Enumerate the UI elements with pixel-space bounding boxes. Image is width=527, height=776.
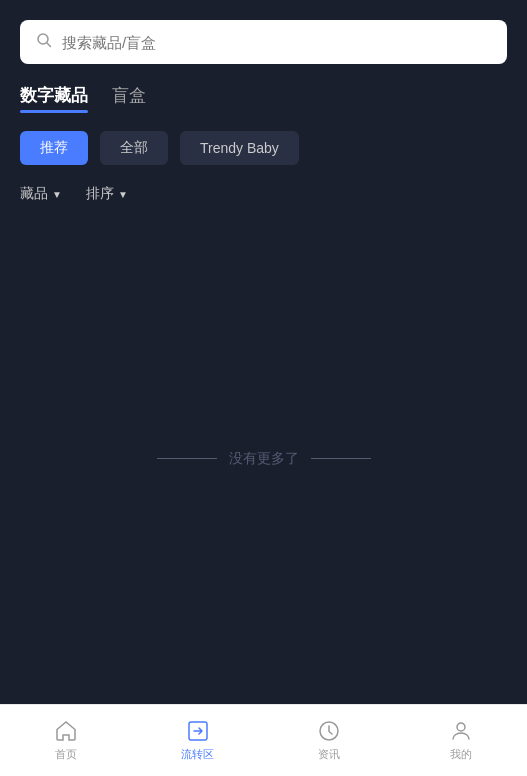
transfer-icon	[186, 719, 210, 743]
search-input[interactable]	[62, 34, 491, 51]
nav-transfer-label: 流转区	[181, 747, 214, 762]
bottom-nav: 首页 流转区 资讯 我的	[0, 704, 527, 776]
nav-news-label: 资讯	[318, 747, 340, 762]
search-icon	[36, 32, 52, 52]
filter-trendy-baby[interactable]: Trendy Baby	[180, 131, 299, 165]
sort-order-button[interactable]: 排序 ▼	[86, 185, 128, 203]
no-more-label: 没有更多了	[229, 450, 299, 468]
divider-right	[311, 458, 371, 459]
tab-digital-collectibles[interactable]: 数字藏品	[20, 84, 88, 113]
svg-point-4	[457, 723, 465, 731]
sort-collectibles-button[interactable]: 藏品 ▼	[20, 185, 62, 203]
divider-left	[157, 458, 217, 459]
filter-all[interactable]: 全部	[100, 131, 168, 165]
sort-row: 藏品 ▼ 排序 ▼	[20, 185, 507, 203]
nav-home-label: 首页	[55, 747, 77, 762]
filter-row: 推荐 全部 Trendy Baby	[20, 131, 507, 165]
nav-mine-label: 我的	[450, 747, 472, 762]
nav-news[interactable]: 资讯	[299, 719, 359, 762]
chevron-down-icon: ▼	[118, 189, 128, 200]
home-icon	[54, 719, 78, 743]
filter-recommended[interactable]: 推荐	[20, 131, 88, 165]
nav-mine[interactable]: 我的	[431, 719, 491, 762]
nav-home[interactable]: 首页	[36, 719, 96, 762]
svg-line-1	[47, 43, 51, 47]
search-bar[interactable]	[20, 20, 507, 64]
chevron-down-icon: ▼	[52, 189, 62, 200]
tabs-row: 数字藏品 盲盒	[20, 84, 507, 113]
news-icon	[317, 719, 341, 743]
empty-state: 没有更多了	[20, 223, 507, 694]
tab-blind-box[interactable]: 盲盒	[112, 84, 146, 113]
nav-transfer[interactable]: 流转区	[168, 719, 228, 762]
mine-icon	[449, 719, 473, 743]
